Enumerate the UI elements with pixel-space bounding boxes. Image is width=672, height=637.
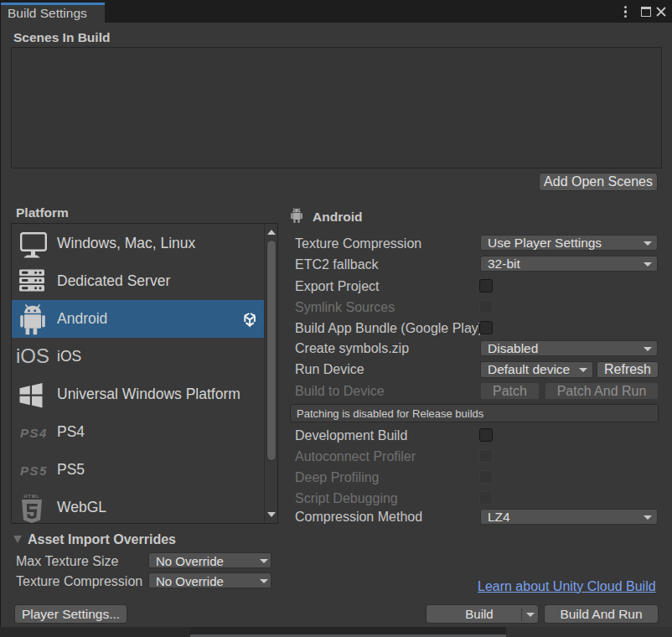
svg-text:HTML: HTML: [23, 494, 40, 499]
